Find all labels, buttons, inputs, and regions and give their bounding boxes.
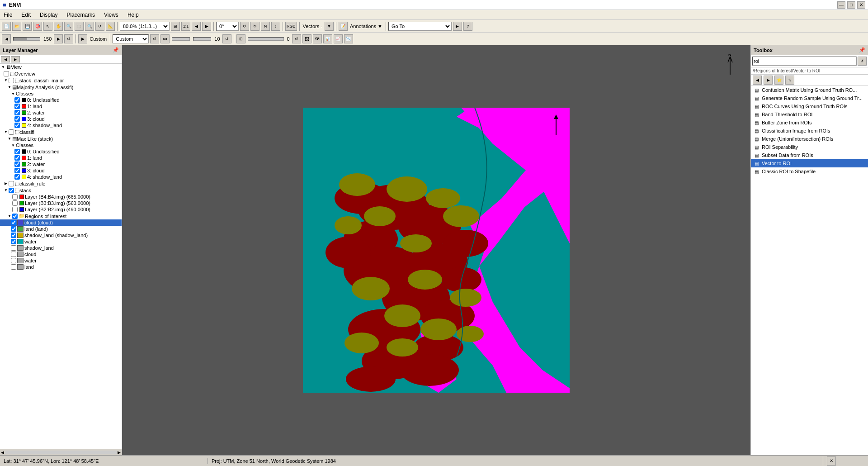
map-area[interactable]: N [122, 45, 750, 455]
toolbox-back-button[interactable]: ◀ [753, 76, 762, 85]
forward-button[interactable]: ▶ [202, 22, 211, 31]
tree-classes-1[interactable]: ▼ Classes [0, 90, 122, 97]
tree-class3-1[interactable]: 3: cloud [0, 116, 122, 122]
tree-view[interactable]: ▼ 🖥 View [0, 64, 122, 70]
minimize-button[interactable]: — [837, 1, 845, 9]
tb2-layer3[interactable]: 🗺 [313, 34, 322, 43]
zoom-100-button[interactable]: 1:1 [181, 22, 190, 31]
zoom-select[interactable]: 80.0% (1:1.3...) [120, 22, 170, 31]
back-button[interactable]: ◀ [192, 22, 201, 31]
tb2-layer4[interactable]: 📊 [323, 34, 332, 43]
toolbox-home-button[interactable]: ⭐ [774, 76, 783, 85]
toolbox-forward-button[interactable]: ▶ [764, 76, 773, 85]
band-toggle-button[interactable]: RGB [285, 22, 297, 31]
refresh-button[interactable]: ↺ [95, 22, 104, 31]
tree-class4-2[interactable]: 4: shadow_land [0, 174, 122, 180]
zoom-out-button[interactable]: 🔍 [85, 22, 94, 31]
toolbox-item-10[interactable]: ▤ Classic ROI to Shapefile [751, 167, 868, 176]
tree-roi-shadow2[interactable]: shadow_land [0, 245, 122, 251]
toolbox-item-8[interactable]: ▤ Subset Data from ROIs [751, 151, 868, 159]
rotate-right-button[interactable]: ↻ [250, 22, 259, 31]
help-button2[interactable]: ? [463, 22, 472, 31]
prev-frame-button[interactable]: ◀ [2, 34, 11, 43]
goto-select[interactable]: Go To [388, 22, 452, 31]
status-close-button[interactable]: ✕ [827, 456, 836, 466]
tree-class2-1[interactable]: 2: water [0, 109, 122, 116]
flip-button[interactable]: ↕ [271, 22, 280, 31]
custom-select[interactable]: Custom [113, 34, 149, 43]
menu-file[interactable]: File [2, 11, 14, 19]
toolbox-item-2[interactable]: ▤ ROC Curves Using Ground Truth ROIs [751, 102, 868, 110]
menu-help[interactable]: Help [126, 11, 141, 19]
goto-execute-button[interactable]: ▶ [453, 22, 462, 31]
menu-views[interactable]: Views [102, 11, 120, 19]
toolbox-search-input[interactable] [752, 57, 857, 66]
tree-overview[interactable]: ⬚ Overview [0, 70, 122, 77]
play-button[interactable]: ▶ [78, 34, 87, 43]
tree-class3-2[interactable]: 3: cloud [0, 167, 122, 174]
new-button[interactable]: 📄 [2, 22, 11, 31]
tree-roi-group[interactable]: ▼ 📁 Regions of Interest [0, 213, 122, 219]
menu-display[interactable]: Display [38, 11, 59, 19]
tree-class1-2[interactable]: 1: land [0, 155, 122, 161]
tree-roi-land2[interactable]: land [0, 264, 122, 270]
tree-layer-b3[interactable]: ▶ Layer (B3:B3.img) (560.0000) [0, 200, 122, 206]
rotate-left-button[interactable]: ↺ [240, 22, 249, 31]
measure-button[interactable]: 📐 [106, 22, 115, 31]
lm-collapse-all[interactable]: ◀ [1, 56, 10, 62]
toolbox-pin[interactable]: 📌 [859, 47, 865, 53]
next-frame-button[interactable]: ▶ [54, 34, 63, 43]
tree-stack-classifi-major[interactable]: ▼ ⬚ stack_classifi_major [0, 77, 122, 84]
zoom-fit-button[interactable]: ⊞ [171, 22, 180, 31]
toolbox-bookmark-button[interactable]: ☆ [785, 76, 794, 85]
tree-roi-cloud2[interactable]: cloud [0, 251, 122, 257]
tree-classifi-rule[interactable]: ▶ ⬚ classifi_rule [0, 180, 122, 187]
tb2-layer2[interactable]: 🖼 [302, 34, 311, 43]
toolbox-search-button[interactable]: ↺ [858, 57, 867, 66]
menu-edit[interactable]: Edit [19, 11, 33, 19]
select-button[interactable]: ↖ [43, 22, 52, 31]
tree-class0-2[interactable]: 0: Unclassified [0, 148, 122, 155]
tb2-refresh3-button[interactable]: ↺ [292, 34, 301, 43]
maximize-button[interactable]: □ [847, 1, 855, 9]
toolbox-item-5[interactable]: ▤ Classification Image from ROIs [751, 127, 868, 135]
tree-majority-analysis[interactable]: ▼ ▤ Majority Analysis (classifi) [0, 84, 122, 90]
tree-class2-2[interactable]: 2: water [0, 161, 122, 167]
toolbox-item-7[interactable]: ▤ ROI Separability [751, 143, 868, 151]
tree-roi-water2[interactable]: water [0, 257, 122, 264]
tree-roi-shadow[interactable]: shadow_land (shadow_land) [0, 232, 122, 238]
menu-placemarks[interactable]: Placemarks [65, 11, 97, 19]
tree-roi-water[interactable]: water [0, 238, 122, 245]
tb2-layer5[interactable]: 📈 [334, 34, 343, 43]
north-up-button[interactable]: N [261, 22, 270, 31]
toolbox-item-9[interactable]: ▤ Vector to ROI [751, 159, 868, 167]
tb2-refresh-button[interactable]: ↺ [150, 34, 159, 43]
toolbox-item-4[interactable]: ▤ Buffer Zone from ROIs [751, 119, 868, 127]
zoom-region-button[interactable]: ⬚ [75, 22, 84, 31]
toolbox-item-3[interactable]: ▤ Band Threshold to ROI [751, 110, 868, 119]
annotations-button[interactable]: 📝 [339, 22, 348, 31]
zoom-in-button[interactable]: 🔍 [64, 22, 73, 31]
tree-max-like[interactable]: ▼ ▤ Max Like (stack) [0, 135, 122, 142]
toolbox-item-6[interactable]: ▤ Merge (Union/Intersection) ROIs [751, 135, 868, 143]
tb2-layer6[interactable]: 📉 [344, 34, 353, 43]
tree-roi-land[interactable]: land (land) [0, 226, 122, 232]
tree-class0-1[interactable]: 0: Unclassified [0, 97, 122, 103]
tree-classifi[interactable]: ▼ ⬚ classifi [0, 128, 122, 135]
roi-button[interactable]: 🎯 [33, 22, 42, 31]
tree-layer-b2[interactable]: ▶ Layer (B2:B2.img) (490.0000) [0, 206, 122, 213]
layer-manager-pin[interactable]: 📌 [113, 47, 119, 53]
rotation-select[interactable]: 0° [216, 22, 239, 31]
vectors-dropdown[interactable]: ▼ [325, 22, 334, 31]
tb2-layer1[interactable]: ⊞ [236, 34, 245, 43]
close-button[interactable]: ✕ [857, 1, 865, 9]
tb2-refresh2-button[interactable]: ↺ [222, 34, 231, 43]
tree-layer-b4[interactable]: ▶ Layer (B4:B4.img) (665.0000) [0, 194, 122, 200]
save-button[interactable]: 💾 [23, 22, 32, 31]
tree-classes-2[interactable]: ▼ Classes [0, 142, 122, 148]
tb2-prev-button[interactable]: ⏮ [160, 34, 170, 43]
tree-stack[interactable]: ▼ ⬚ stack [0, 187, 122, 194]
lm-expand-all[interactable]: ▶ [11, 56, 20, 62]
pan-button[interactable]: ✋ [54, 22, 63, 31]
tree-class1-1[interactable]: 1: land [0, 103, 122, 109]
